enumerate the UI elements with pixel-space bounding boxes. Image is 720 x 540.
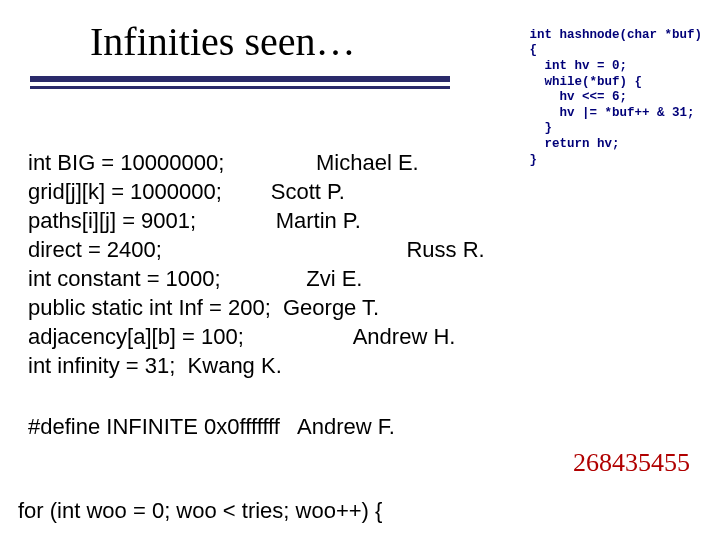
list-row: int BIG = 10000000; Michael E. — [28, 148, 485, 177]
list-row: int infinity = 31; Kwang K. — [28, 351, 485, 380]
code-line: { — [529, 43, 537, 57]
list-row: adjacency[a][b] = 100; Andrew H. — [28, 322, 485, 351]
list-row: int constant = 1000; Zvi E. — [28, 264, 485, 293]
list-row: public static int Inf = 200; George T. — [28, 293, 485, 322]
for-loop-line: for (int woo = 0; woo < tries; woo++) { — [18, 498, 382, 524]
define-author: Andrew F. — [297, 414, 395, 439]
code-line: } — [529, 121, 552, 135]
define-code: #define INFINITE 0x0fffffff — [28, 414, 280, 439]
code-line: int hashnode(char *buf) — [529, 28, 702, 42]
list-row: paths[i][j] = 9001; Martin P. — [28, 206, 485, 235]
list-row: grid[j][k] = 1000000; Scott P. — [28, 177, 485, 206]
title-underline-thick — [30, 76, 450, 82]
hashnode-code-block: int hashnode(char *buf) { int hv = 0; wh… — [529, 12, 702, 168]
code-line: hv |= *buf++ & 31; — [529, 106, 694, 120]
code-line: } — [529, 153, 537, 167]
define-row: #define INFINITE 0x0fffffff Andrew F. — [28, 414, 395, 440]
evaluated-number: 268435455 — [573, 448, 690, 478]
code-line: hv <<= 6; — [529, 90, 627, 104]
infinities-list: int BIG = 10000000; Michael E.grid[j][k]… — [28, 148, 485, 380]
title-underline-thin — [30, 86, 450, 89]
code-line: while(*buf) { — [529, 75, 642, 89]
code-line: return hv; — [529, 137, 619, 151]
list-row: direct = 2400; Russ R. — [28, 235, 485, 264]
code-line: int hv = 0; — [529, 59, 627, 73]
slide-title: Infinities seen… — [90, 18, 356, 65]
